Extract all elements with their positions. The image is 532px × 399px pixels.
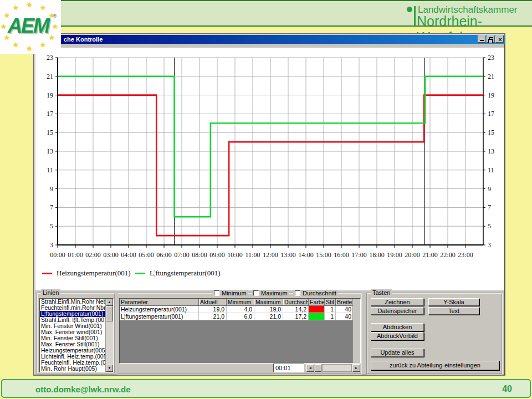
table-header-cell[interactable]: Aktuell — [199, 299, 227, 306]
window-title: che Kontrolle — [64, 35, 103, 44]
restore-button[interactable] — [487, 35, 495, 43]
hscroll-track[interactable] — [322, 364, 352, 372]
y-axis-tick-label-right: 17 — [488, 110, 494, 117]
table-header-row: ParameterAktuellMinimumMaximumDurchschni… — [120, 299, 360, 306]
aem-logo-text: AEM — [8, 14, 49, 38]
table-cell-stil: 1 — [325, 306, 336, 313]
table-cell-minimum: 6,0 — [227, 313, 254, 320]
color-swatch — [309, 306, 325, 313]
table-cell-breite: 40 — [336, 313, 354, 320]
x-axis-tick-label: 22:00 — [440, 251, 455, 259]
checkbox-icon[interactable] — [295, 290, 300, 296]
table-cell-maximum: 19,0 — [254, 306, 283, 313]
app-window: che Kontrolle × 00:0001:0002:0003:0004:0… — [33, 33, 505, 376]
linien-listbox[interactable]: Strahl.Einfl.Min.Rohr Neben(00Feuchteinf… — [39, 298, 114, 372]
temperature-chart[interactable]: 00:0001:0002:0003:0004:0005:0006:0007:00… — [35, 48, 504, 290]
tasten-groupbox-label: Tasten — [371, 289, 392, 296]
table-header-cell[interactable]: Parameter — [120, 299, 199, 306]
table-row[interactable]: Heizungstemperatur(001)19,04,019,014,214… — [120, 306, 360, 313]
x-axis-tick-label: 08:00 — [192, 251, 207, 259]
aem-registered-mark: ® — [53, 13, 57, 19]
y-axis-tick-label-left: 21 — [47, 73, 53, 80]
close-button[interactable]: × — [495, 35, 504, 43]
abdrucken-button[interactable]: Abdrucken — [371, 323, 424, 331]
y-axis-tick-label-right: 7 — [488, 203, 491, 211]
checkbox-maximum[interactable]: Maximum — [252, 290, 289, 296]
checkbox-icon[interactable] — [214, 290, 219, 296]
y-axis-tick-label-right: 9 — [488, 185, 491, 193]
legend-label: Heizungstemperatur(001) — [57, 269, 131, 278]
top-banner: Landwirtschaftskammer Nordrhein-Westfale… — [0, 0, 532, 27]
y-axis-tick-label-left: 19 — [47, 91, 53, 99]
eu-star-icon: ★ — [13, 4, 19, 12]
update-alles-button[interactable]: Update alles — [371, 349, 424, 357]
x-axis-tick-label: 03:00 — [103, 251, 118, 259]
legend-item: Heizungstemperatur(001) — [42, 269, 131, 278]
scroll-thumb[interactable] — [106, 306, 113, 321]
minimize-button[interactable] — [478, 35, 486, 43]
minimize-icon — [480, 40, 484, 41]
close-icon: × — [496, 35, 504, 44]
table-vertical-scrollbar[interactable] — [352, 299, 360, 363]
text-button[interactable]: Text — [428, 307, 479, 315]
x-axis-tick-label: 21:00 — [422, 251, 437, 259]
linien-scrollbar[interactable]: ▲ ▼ — [105, 299, 113, 372]
chart-area[interactable]: 00:0001:0002:0003:0004:0005:0006:0007:00… — [35, 48, 504, 290]
table-cell-maximum: 21,0 — [254, 313, 283, 320]
aem-logo: ★ ★ ★ ★ ★ ★ ★ ★ ★ ★ ★ ★ AEM ® — [0, 0, 61, 54]
checkbox-icon[interactable] — [253, 290, 259, 296]
y-axis-tick-label-left: 9 — [50, 185, 53, 193]
table-cell-breite: 40 — [336, 306, 354, 313]
y-axis-tick-label-right: 15 — [488, 129, 494, 136]
table-header-cell[interactable]: Durchschni — [283, 299, 309, 306]
table-header-cell[interactable]: Farbe — [309, 299, 325, 306]
table-cell-parameter: L¦ftungstemperatur(001) — [120, 313, 199, 320]
window-titlebar[interactable]: che Kontrolle × — [35, 35, 505, 44]
checkbox-durchschnitt[interactable]: Durchschnitt — [293, 290, 338, 296]
parameter-table[interactable]: ParameterAktuellMinimumMaximumDurchschni… — [119, 298, 361, 364]
x-axis-tick-label: 01:00 — [68, 251, 83, 259]
footer-email: otto.domke@lwk.nrw.de — [35, 385, 131, 394]
table-row[interactable]: L¦ftungstemperatur(001)21,06,021,017,214… — [120, 313, 360, 320]
table-cell-minimum: 4,0 — [227, 306, 254, 313]
eu-star-icon: ★ — [40, 4, 46, 12]
time-field[interactable]: 00:01 — [273, 364, 304, 372]
table-header-cell[interactable]: Minimum — [227, 299, 254, 306]
zur-ck-zu-abteilung-einstellungen-button[interactable]: zurück zu Abteilung-einstellungen — [371, 361, 499, 370]
x-axis-tick-label: 05:00 — [139, 251, 154, 259]
eu-star-icon: ★ — [1, 23, 7, 30]
x-axis-tick-label: 00:00 — [50, 251, 65, 259]
table-header-cell[interactable]: Stil — [325, 299, 336, 306]
page-number: 40 — [502, 384, 512, 394]
scroll-left-icon[interactable]: ◄ — [306, 364, 314, 372]
y-axis-tick-label-left: 13 — [47, 147, 53, 155]
x-axis-tick-label: 11:00 — [245, 251, 260, 259]
x-axis-tick-label: 19:00 — [387, 251, 402, 259]
list-item[interactable]: Min. Rohr Haupt(005) — [40, 366, 106, 372]
y-axis-tick-label-left: 3 — [50, 241, 53, 249]
y-skala-button[interactable]: Y-Skala — [428, 298, 479, 306]
datenspeicher-button[interactable]: Datenspeicher — [371, 307, 424, 315]
x-axis-tick-label: 02:00 — [85, 251, 100, 259]
parameter-panel: ParameterAktuellMinimumMaximumDurchschni… — [117, 293, 362, 375]
hscroll-thumb[interactable] — [315, 364, 321, 372]
org-logo-bar-icon — [414, 6, 416, 26]
table-cell-aktuell: 21,0 — [199, 313, 227, 320]
eu-star-icon: ★ — [26, 1, 33, 9]
table-cell-parameter: Heizungstemperatur(001) — [120, 306, 199, 313]
scroll-up-icon[interactable]: ▲ — [106, 299, 113, 306]
abdruckvorbild-button[interactable]: AbdruckVorbild — [371, 332, 424, 340]
x-axis-tick-label: 14:00 — [298, 251, 313, 259]
zeichnen-button[interactable]: Zeichnen — [371, 298, 424, 306]
scroll-right-icon[interactable]: ► — [352, 364, 360, 372]
checkbox-label: Maximum — [261, 290, 288, 296]
table-header-cell[interactable]: Maximum — [254, 299, 283, 306]
legend-label: L¦ftungstemperatur(001) — [150, 269, 221, 278]
scroll-down-icon[interactable]: ▼ — [106, 365, 113, 372]
y-axis-tick-label-left: 7 — [50, 203, 53, 211]
checkbox-minimum[interactable]: Minimum — [212, 290, 248, 296]
table-cell-stil: 1 — [325, 313, 336, 320]
y-axis-tick-label-left: 11 — [47, 166, 53, 174]
table-header-cell[interactable]: Breite — [336, 299, 354, 306]
eu-star-icon: ★ — [49, 34, 55, 42]
